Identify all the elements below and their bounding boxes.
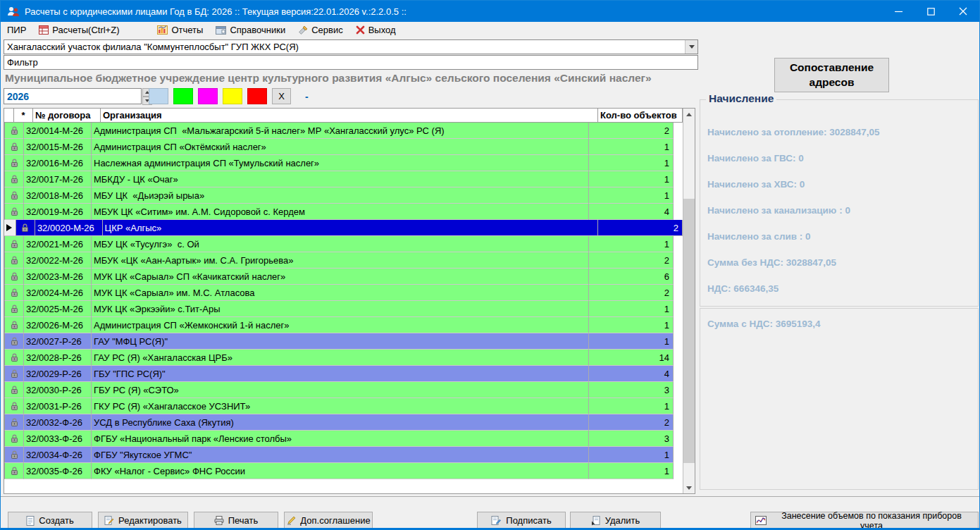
filter-input[interactable]: Фильтр xyxy=(4,55,698,70)
sign-button[interactable]: Подписать xyxy=(477,512,566,529)
table-row[interactable]: 32/0030-Р-26ГБУ РС (Я) «СЭТО»3 xyxy=(4,382,683,398)
lock-icon xyxy=(11,418,18,427)
menu-item-label: Выход xyxy=(368,25,396,35)
table-row[interactable]: 32/0018-М-26МБУ ЦК «Дьиэрэй ырыа»1 xyxy=(4,187,683,204)
color-swatch-green[interactable] xyxy=(173,88,193,104)
organization-cell: ФГБУ «Национальный парк «Ленские столбы» xyxy=(92,431,589,447)
table-row[interactable]: 32/0014-М-26Администрация СП «Мальжагарс… xyxy=(4,123,683,139)
menu-item-raschety[interactable]: Расчеты(Ctrl+Z) xyxy=(32,22,125,38)
maximize-button[interactable] xyxy=(914,1,947,22)
table-row[interactable]: 32/0027-Р-26ГАУ "МФЦ РС(Я)"1 xyxy=(4,333,683,350)
table-row[interactable]: 32/0020-М-26ЦКР «Алгыс»2 xyxy=(4,220,683,236)
column-header-contract[interactable]: № договора xyxy=(33,109,101,122)
organization-cell: МУК ЦК «Сарыал» СП «Качикатский наслег» xyxy=(92,269,589,285)
menu-item-label: Сервис xyxy=(311,25,343,35)
object-count-cell: 1 xyxy=(589,301,674,317)
menu-item-servis[interactable]: Сервис xyxy=(292,22,349,38)
accrual-line-2: Начислено за ХВС: 0 xyxy=(707,179,805,190)
menu-item-label: Отчеты xyxy=(171,25,203,35)
table-row[interactable]: 32/0026-М-26Администрация СП «Жемконский… xyxy=(4,317,683,333)
column-header-indicator xyxy=(4,109,14,122)
contract-number-cell: 32/0025-М-26 xyxy=(24,301,92,317)
table-row[interactable]: 32/0035-Ф-26ФКУ «Налог - Сервис» ФНС Рос… xyxy=(4,463,683,479)
lock-icon xyxy=(11,272,18,281)
dash-label: - xyxy=(305,91,309,102)
lock-icon xyxy=(11,159,18,168)
button-label: Печать xyxy=(228,515,259,526)
organization-cell: ФКУ «Налог - Сервис» ФНС России xyxy=(92,463,589,479)
object-count-cell: 3 xyxy=(589,382,674,398)
meter-volumes-button[interactable]: Занесение объемов по показания приборов … xyxy=(750,512,979,529)
table-row[interactable]: 32/0034-Ф-26ФГБУ "Якутское УГМС"1 xyxy=(4,447,683,463)
table-row[interactable]: 32/0017-М-26МБКДУ - ЦК «Очаг»1 xyxy=(4,171,683,187)
clear-color-button[interactable]: X xyxy=(272,88,291,104)
minimize-button[interactable] xyxy=(882,1,914,22)
delete-button[interactable]: Удалить xyxy=(570,512,661,529)
print-button[interactable]: Печать xyxy=(194,512,278,529)
column-header-object-count[interactable]: Кол-во объектов xyxy=(598,109,683,122)
menu-item-otchety[interactable]: Отчеты xyxy=(151,22,209,38)
table-row[interactable]: 32/0033-Ф-26ФГБУ «Национальный парк «Лен… xyxy=(4,431,683,447)
row-status-cell xyxy=(5,350,24,366)
contract-number-cell: 32/0035-Ф-26 xyxy=(24,463,92,479)
address-matching-button[interactable]: Сопоставление адресов xyxy=(774,58,889,92)
organization-cell: ФГБУ "Якутское УГМС" xyxy=(92,447,589,463)
table-row[interactable]: 32/0028-Р-26ГАУ РС (Я) «Хангаласская ЦРБ… xyxy=(4,350,683,366)
accrual-group-title: Начисление xyxy=(706,92,776,105)
button-label: Удалить xyxy=(605,515,640,526)
table-row[interactable]: 32/0025-М-26МУК ЦК «Эркээйи» с.Тит-Ары1 xyxy=(4,301,683,317)
menu-item-spravochniki[interactable]: Справочники xyxy=(209,22,292,38)
vertical-scrollbar[interactable] xyxy=(683,109,695,493)
edit-button[interactable]: Редактировать xyxy=(98,512,188,529)
table-row[interactable]: 32/0016-М-26Наслежная администрация СП «… xyxy=(4,155,683,171)
color-swatch-red[interactable] xyxy=(247,88,267,104)
create-button[interactable]: Создать xyxy=(8,512,92,529)
meter-chart-icon xyxy=(755,516,767,525)
table-row[interactable]: 32/0029-Р-26ГБУ "ГПС РС(Я)"4 xyxy=(4,366,683,382)
branch-select-value: Хангаласский участок филиала "Коммунтепл… xyxy=(7,42,299,52)
lock-icon xyxy=(11,175,18,184)
branch-select[interactable]: Хангаласский участок филиала "Коммунтепл… xyxy=(4,39,698,54)
table-row[interactable]: 32/0024-М-26МУК ЦК «Сарыал» им. М.С. Атл… xyxy=(4,285,683,301)
scroll-up-button[interactable] xyxy=(683,109,695,120)
close-button[interactable] xyxy=(947,1,979,22)
object-count-cell: 1 xyxy=(589,447,674,463)
scrollbar-thumb[interactable] xyxy=(683,199,695,463)
accrual-line-6: НДС: 666346,35 xyxy=(707,283,779,294)
chevron-down-icon xyxy=(686,486,692,493)
accrual-line-0: Начислено за отопление: 3028847,05 xyxy=(707,127,880,137)
menu-item-label: ПИР xyxy=(7,25,26,35)
row-status-cell xyxy=(5,204,24,220)
combo-dropdown-button[interactable] xyxy=(685,40,697,54)
column-header-organization[interactable]: Организация xyxy=(101,109,598,122)
table-row[interactable]: 32/0023-М-26МУК ЦК «Сарыал» СП «Качикатс… xyxy=(4,269,683,285)
organization-cell: Администрация СП «Жемконский 1-й наслег» xyxy=(92,317,589,333)
menu-item-pir[interactable]: ПИР xyxy=(1,22,32,38)
scroll-down-button[interactable] xyxy=(683,482,695,493)
table-row[interactable]: 32/0021-М-26МБУ ЦК «Тусулгэ» с. Ой1 xyxy=(4,236,683,252)
year-input[interactable]: 2026 xyxy=(4,88,142,104)
row-status-cell xyxy=(5,414,24,431)
organization-cell: МУК ЦК «Сарыал» им. М.С. Атласова xyxy=(92,285,589,301)
agreement-button[interactable]: Доп.соглашение xyxy=(284,512,373,529)
menu-item-vyhod[interactable]: Выход xyxy=(349,22,402,38)
lock-icon xyxy=(11,434,18,443)
table-row[interactable]: 32/0019-М-26МБУК ЦК «Ситим» им. А.М. Сид… xyxy=(4,204,683,220)
table-row[interactable]: 32/0031-Р-26ГКУ РС (Я) «Хангаласское УСЗ… xyxy=(4,398,683,414)
chevron-up-icon xyxy=(686,110,692,116)
row-status-cell xyxy=(5,155,24,171)
table-row[interactable]: 32/0022-М-26МБУК «ЦК «Аан-Аартык» им. С.… xyxy=(4,252,683,269)
color-swatch-magenta[interactable] xyxy=(198,88,218,104)
total-with-vat-label: Сумма с НДС: 3695193,4 xyxy=(707,319,821,329)
lock-icon xyxy=(11,467,18,476)
object-count-cell: 1 xyxy=(589,187,674,204)
minimize-icon xyxy=(895,8,903,16)
color-swatch-lightblue[interactable] xyxy=(149,88,168,104)
column-header-star[interactable]: * xyxy=(14,109,33,122)
color-swatch-yellow[interactable] xyxy=(223,88,242,104)
lock-icon xyxy=(11,386,18,395)
table-row[interactable]: 32/0015-М-26Администрация СП «Октёмский … xyxy=(4,139,683,155)
table-row[interactable]: 32/0032-Ф-26УСД в Республике Саха (Якути… xyxy=(4,414,683,431)
row-status-cell xyxy=(5,123,24,139)
button-label: Создать xyxy=(39,515,73,526)
